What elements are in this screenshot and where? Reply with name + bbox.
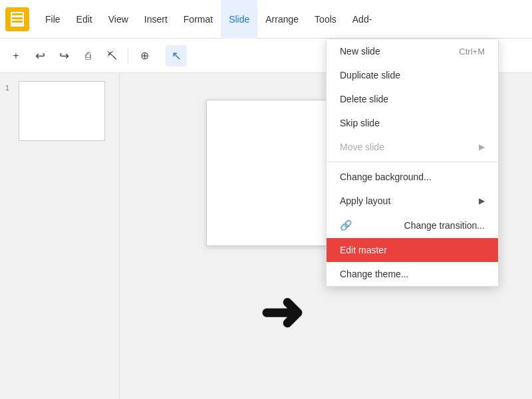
dropdown-item-change-transition[interactable]: 🔗 Change transition... [327, 213, 498, 238]
undo-button[interactable]: ↩ [29, 45, 51, 66]
dropdown-separator-1 [327, 162, 498, 162]
dropdown-item-skip-slide[interactable]: Skip slide [327, 111, 498, 135]
menu-addons[interactable]: Add- [344, 0, 380, 39]
dropdown-item-delete-slide[interactable]: Delete slide [327, 87, 498, 111]
menubar: File Edit View Insert Format Slide Arran… [0, 0, 532, 39]
slide-number: 1 [5, 81, 15, 92]
dropdown-item-apply-layout[interactable]: Apply layout ▶ [327, 189, 498, 213]
dropdown-item-change-theme[interactable]: Change theme... [327, 262, 498, 286]
app-logo [5, 7, 29, 31]
menu-format[interactable]: Format [176, 0, 221, 39]
slide-dropdown-menu: New slide Ctrl+M Duplicate slide Delete … [326, 39, 499, 287]
zoom-button[interactable]: ⊕ [134, 45, 155, 66]
chevron-right-icon: ▶ [479, 142, 485, 152]
menu-edit[interactable]: Edit [68, 0, 100, 39]
menu-insert[interactable]: Insert [136, 0, 176, 39]
redo-button[interactable]: ↪ [53, 45, 74, 66]
dropdown-item-duplicate-slide[interactable]: Duplicate slide [327, 63, 498, 87]
chevron-right-icon-layout: ▶ [479, 196, 485, 205]
dropdown-item-change-background[interactable]: Change background... [327, 165, 498, 189]
dropdown-item-edit-master[interactable]: Edit master [327, 238, 498, 262]
slides-panel: 1 [0, 73, 120, 399]
menu-slide[interactable]: Slide [221, 0, 257, 39]
menu-view[interactable]: View [100, 0, 136, 39]
shortcut-new-slide: Ctrl+M [459, 47, 485, 57]
slide-thumb-image [19, 81, 105, 141]
transition-icon: 🔗 [340, 219, 352, 231]
menu-file[interactable]: File [37, 0, 68, 39]
app-logo-icon [11, 12, 24, 27]
dropdown-item-new-slide[interactable]: New slide Ctrl+M [327, 39, 498, 63]
print-button[interactable]: ⎙ [77, 45, 98, 66]
dropdown-item-move-slide: Move slide ▶ [327, 135, 498, 159]
add-button[interactable]: + [5, 45, 27, 66]
menu-tools[interactable]: Tools [307, 0, 344, 39]
menu-arrange[interactable]: Arrange [257, 0, 307, 39]
cursor-button[interactable]: ↖ [166, 45, 187, 66]
toolbar-separator-1 [128, 48, 128, 64]
slide-thumbnail-1[interactable]: 1 [5, 81, 114, 141]
paint-format-button[interactable]: ⛏ [101, 45, 122, 66]
arrow-annotation: ➜ [259, 286, 304, 339]
